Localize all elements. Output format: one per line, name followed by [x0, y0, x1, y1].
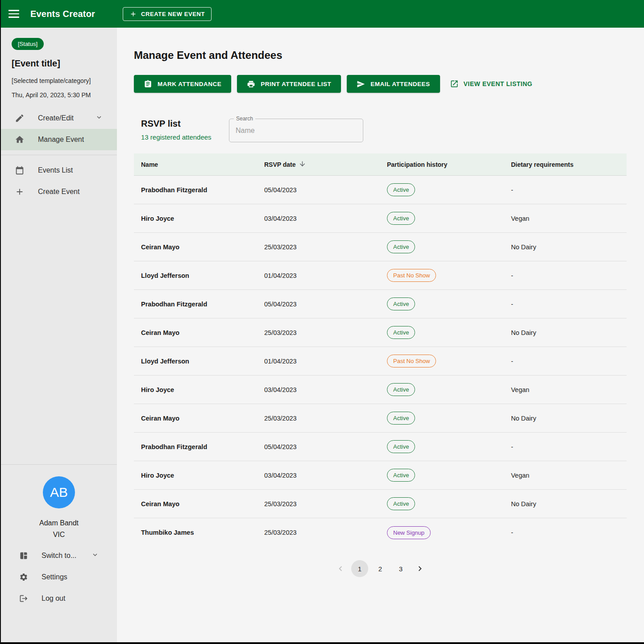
column-header-dietary: Dietary requirements	[511, 161, 619, 168]
sidebar-item-label: Log out	[42, 594, 65, 603]
participation-badge: Active	[387, 497, 415, 510]
printer-icon	[247, 80, 255, 88]
column-header-rsvp-date[interactable]: RSVP date	[264, 160, 387, 169]
attendee-name: Hiro Joyce	[141, 215, 264, 222]
sidebar: [Status] [Event title] [Selected templat…	[1, 28, 117, 642]
sort-descending-icon	[299, 160, 306, 169]
sidebar-item-manage-event[interactable]: Manage Event	[1, 129, 117, 150]
chevron-left-icon	[336, 564, 345, 574]
rsvp-date: 25/03/2023	[264, 415, 387, 422]
attendee-name: Ceiran Mayo	[141, 500, 264, 508]
sidebar-item-logout[interactable]: Log out	[1, 588, 117, 609]
create-new-event-label: CREATE NEW EVENT	[141, 11, 205, 17]
email-attendees-button[interactable]: EMAIL ATTENDEES	[347, 75, 440, 93]
avatar-initials: AB	[50, 485, 68, 500]
table-row: Lloyd Jefferson 01/04/2023 Past No Show …	[134, 347, 627, 376]
sidebar-divider	[1, 464, 117, 465]
search-field: Search	[229, 119, 363, 142]
gear-icon	[19, 573, 28, 582]
view-event-listing-label: VIEW EVENT LISTING	[464, 80, 532, 87]
rsvp-table: Name RSVP date Participation history Die…	[134, 153, 627, 547]
sidebar-footer-nav: Switch to... Settings	[1, 545, 117, 609]
table-row: Thumbiko James 25/03/2023 New Signup -	[134, 518, 627, 547]
logout-icon	[19, 594, 28, 603]
rsvp-list-title: RSVP list	[141, 119, 212, 129]
rsvp-date: 01/04/2023	[264, 272, 387, 279]
email-attendees-label: EMAIL ATTENDEES	[370, 81, 430, 87]
dietary-requirement: -	[511, 186, 619, 194]
participation-badge: Active	[387, 240, 415, 253]
participation-badge: Active	[387, 412, 415, 425]
create-new-event-button[interactable]: CREATE NEW EVENT	[123, 7, 212, 21]
sidebar-divider	[1, 155, 117, 155]
sidebar-item-switch-to[interactable]: Switch to...	[1, 545, 117, 566]
table-row: Lloyd Jefferson 01/04/2023 Past No Show …	[134, 261, 627, 290]
column-header-participation: Participation history	[387, 161, 511, 168]
page-button-1[interactable]: 1	[351, 560, 368, 577]
table-row: Hiro Joyce 03/04/2023 Active Vegan	[134, 204, 627, 233]
print-attendee-list-label: PRINT ATTENDEE LIST	[261, 81, 331, 87]
rsvp-date: 05/04/2023	[264, 186, 387, 194]
sidebar-item-settings[interactable]: Settings	[1, 566, 117, 588]
participation-badge: Past No Show	[387, 269, 436, 282]
participation-badge: Active	[387, 326, 415, 339]
search-field-label: Search	[234, 116, 255, 122]
rsvp-date: 01/04/2023	[264, 358, 387, 365]
chevron-down-icon	[91, 551, 99, 561]
registered-attendees-count: 13 registered attendees	[141, 133, 212, 141]
dietary-requirement: No Dairy	[511, 244, 619, 251]
table-row: Ceiran Mayo 25/03/2023 Active No Dairy	[134, 318, 627, 347]
previous-page-button[interactable]	[333, 561, 348, 576]
pencil-icon	[14, 113, 25, 124]
rsvp-date: 05/04/2023	[264, 301, 387, 308]
user-name: Adam Bandt	[1, 519, 117, 527]
dietary-requirement: -	[511, 443, 619, 450]
table-row: Prabodhan Fitzgerald 05/04/2023 Active -	[134, 290, 627, 318]
dietary-requirement: Vegan	[511, 215, 619, 222]
mark-attendance-button[interactable]: MARK ATTENDANCE	[134, 75, 231, 93]
table-header-row: Name RSVP date Participation history Die…	[134, 153, 627, 176]
attendee-name: Hiro Joyce	[141, 386, 264, 393]
rsvp-date: 03/04/2023	[264, 215, 387, 222]
plus-icon	[129, 10, 137, 18]
chevron-down-icon	[95, 113, 103, 123]
attendee-name: Lloyd Jefferson	[141, 272, 264, 279]
status-badge: [Status]	[12, 38, 44, 50]
participation-badge: New Signup	[387, 526, 431, 539]
attendee-name: Prabodhan Fitzgerald	[141, 186, 264, 194]
attendee-name: Thumbiko James	[141, 529, 264, 536]
dietary-requirement: -	[511, 358, 619, 365]
rsvp-date: 03/04/2023	[264, 386, 387, 393]
rsvp-date: 25/03/2023	[264, 500, 387, 508]
chevron-right-icon	[415, 564, 425, 574]
event-title: [Event title]	[12, 58, 106, 69]
attendee-name: Hiro Joyce	[141, 472, 264, 479]
next-page-button[interactable]	[413, 561, 427, 576]
search-input[interactable]	[229, 119, 363, 142]
page-title: Manage Event and Attendees	[134, 49, 626, 62]
rsvp-header-bar: RSVP list 13 registered attendees Search	[134, 119, 626, 143]
user-avatar[interactable]: AB	[43, 476, 75, 508]
sidebar-item-create-event[interactable]: Create Event	[1, 181, 117, 202]
view-event-listing-link[interactable]: VIEW EVENT LISTING	[450, 79, 532, 88]
dietary-requirement: No Dairy	[511, 500, 619, 508]
sidebar-item-create-edit[interactable]: Create/Edit	[1, 107, 117, 129]
participation-badge: Active	[387, 469, 415, 482]
print-attendee-list-button[interactable]: PRINT ATTENDEE LIST	[237, 75, 341, 93]
main-content: Manage Event and Attendees MARK ATTENDAN…	[117, 28, 644, 642]
table-row: Ceiran Mayo 25/03/2023 Active No Dairy	[134, 233, 627, 261]
event-category: [Selected template/category]	[12, 77, 106, 84]
action-buttons-row: MARK ATTENDANCE PRINT ATTENDEE LIST EMAI…	[134, 75, 626, 93]
attendee-name: Ceiran Mayo	[141, 244, 264, 251]
column-header-name: Name	[141, 161, 264, 168]
page-button-2[interactable]: 2	[372, 560, 389, 577]
hamburger-menu-icon[interactable]	[8, 10, 19, 18]
sidebar-item-events-list[interactable]: Events List	[1, 160, 117, 181]
attendee-name: Lloyd Jefferson	[141, 358, 264, 365]
table-row: Prabodhan Fitzgerald 05/04/2023 Active -	[134, 176, 627, 204]
page-button-3[interactable]: 3	[392, 560, 409, 577]
table-row: Hiro Joyce 03/04/2023 Active Vegan	[134, 461, 627, 490]
dietary-requirement: Vegan	[511, 386, 619, 393]
dashboard-icon	[19, 551, 28, 561]
calendar-icon	[14, 165, 25, 176]
